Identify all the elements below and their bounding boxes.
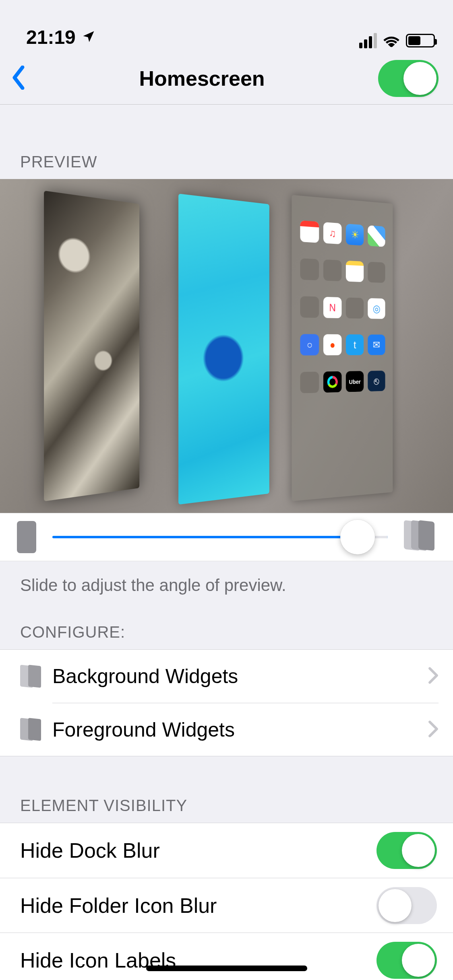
app-placeholder-icon: [300, 296, 319, 318]
preview-panel: ♫☀N◎○●t✉Uber⎋: [0, 179, 453, 513]
visibility-row: Hide Icon Labels: [0, 933, 453, 980]
panes-icon: [20, 717, 52, 742]
configure-list: Background Widgets Foreground Widgets: [0, 649, 453, 756]
row-label: Background Widgets: [52, 665, 428, 688]
row-foreground-widgets[interactable]: Foreground Widgets: [0, 703, 453, 756]
nav-bar: Homescreen: [0, 52, 453, 105]
status-time: 21:19: [26, 26, 76, 48]
visibility-row: Hide Dock Blur: [0, 823, 453, 878]
visibility-toggle[interactable]: [376, 832, 437, 869]
section-header-preview: Preview: [0, 105, 453, 179]
home-indicator[interactable]: [146, 966, 307, 971]
app-safari-icon: ◎: [368, 298, 385, 319]
preview-layer-icons: ♫☀N◎○●t✉Uber⎋: [292, 195, 393, 501]
app-mail-icon: ✉: [368, 334, 385, 355]
app-notes-icon: [346, 261, 364, 282]
slider-min-icon: [17, 521, 36, 553]
battery-icon: [406, 34, 435, 47]
visibility-toggle[interactable]: [376, 887, 437, 924]
app-reddit-icon: ●: [323, 334, 342, 356]
cellular-icon: [359, 33, 377, 48]
visibility-label: Hide Folder Icon Blur: [20, 894, 217, 918]
homescreen-enable-toggle[interactable]: [378, 60, 439, 97]
app-signal-icon: ○: [300, 334, 319, 355]
chevron-right-icon: [428, 721, 439, 739]
back-button[interactable]: [11, 66, 26, 91]
app-placeholder-icon: [300, 372, 319, 393]
app-fitness-icon: [323, 371, 342, 393]
app-weather-icon: ☀: [346, 224, 364, 246]
app-maps-icon: [368, 225, 385, 247]
visibility-row: Hide Folder Icon Blur: [0, 878, 453, 933]
chevron-right-icon: [428, 667, 439, 686]
app-uber-icon: Uber: [346, 371, 364, 392]
status-bar: 21:19: [0, 0, 453, 52]
visibility-label: Hide Dock Blur: [20, 838, 160, 863]
slider-max-icon: [404, 521, 436, 553]
preview-angle-slider[interactable]: [52, 536, 388, 538]
row-label: Foreground Widgets: [52, 718, 428, 741]
visibility-list: Hide Dock BlurHide Folder Icon BlurHide …: [0, 823, 453, 980]
visibility-toggle[interactable]: [376, 942, 437, 979]
app-news-icon: N: [323, 297, 342, 318]
preview-layer-background: [44, 191, 139, 501]
section-header-configure: Configure:: [0, 595, 453, 649]
row-background-widgets[interactable]: Background Widgets: [0, 650, 453, 703]
app-calendar-icon: [300, 220, 319, 243]
page-title: Homescreen: [139, 66, 265, 91]
preview-angle-slider-row: [0, 513, 453, 561]
wifi-icon: [382, 33, 401, 48]
app-placeholder-icon: [323, 259, 342, 281]
location-icon: [81, 26, 96, 48]
panes-icon: [20, 664, 52, 689]
app-placeholder-icon: [300, 258, 319, 280]
slider-help-text: Slide to adjust the angle of preview.: [0, 561, 453, 595]
preview-layer-wallpaper: [178, 194, 269, 504]
app-placeholder-icon: [368, 261, 385, 283]
app-help-icon: ⎋: [368, 371, 385, 391]
slider-thumb[interactable]: [340, 520, 375, 554]
app-music-icon: ♫: [323, 222, 342, 244]
app-placeholder-icon: [346, 297, 364, 319]
section-header-visibility: Element Visibility: [0, 756, 453, 823]
app-twitter-icon: t: [346, 334, 364, 355]
